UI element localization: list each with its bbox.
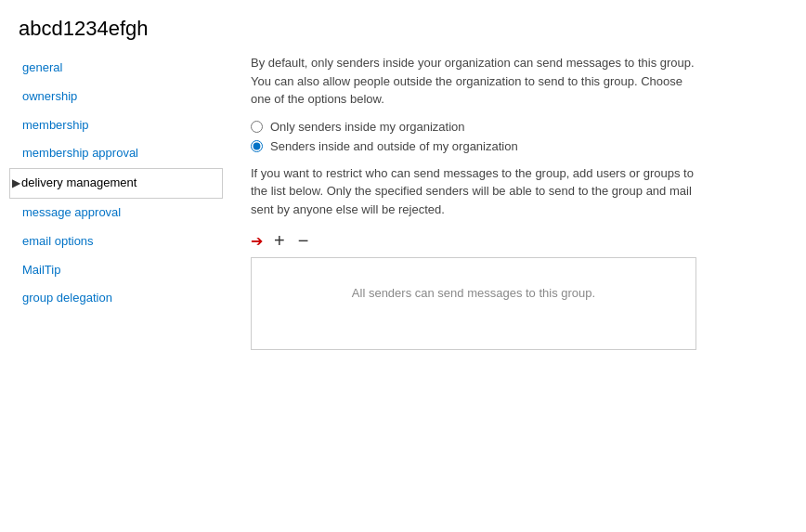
sidebar-item-general[interactable]: general xyxy=(9,54,223,83)
sidebar-item-membership[interactable]: membership xyxy=(9,111,223,140)
restrict-text: If you want to restrict who can send mes… xyxy=(251,164,696,219)
sidebar-item-label: email options xyxy=(22,232,94,252)
sidebar-item-label: membership approval xyxy=(22,144,138,163)
radio-both[interactable] xyxy=(251,140,263,152)
sidebar-item-label: membership xyxy=(22,116,89,136)
sidebar-item-label: MailTip xyxy=(22,261,60,280)
add-button[interactable]: + xyxy=(270,231,289,250)
sidebar-item-ownership[interactable]: ownership xyxy=(9,83,223,111)
active-arrow-icon: ▶ xyxy=(12,175,20,192)
sidebar-item-mailtip[interactable]: MailTip xyxy=(9,256,223,285)
page-title: abcd1234efgh xyxy=(0,0,806,54)
senders-placeholder: All senders can send messages to this gr… xyxy=(352,273,595,300)
radio-group: Only senders inside my organization Send… xyxy=(251,120,787,153)
arrow-indicator: ➔ xyxy=(251,232,263,250)
radio-option-2[interactable]: Senders inside and outside of my organiz… xyxy=(251,139,787,153)
sidebar-item-label: general xyxy=(22,58,62,78)
sidebar-item-group-delegation[interactable]: group delegation xyxy=(9,284,223,313)
senders-box: All senders can send messages to this gr… xyxy=(251,257,696,350)
remove-button[interactable]: − xyxy=(294,231,313,250)
sidebar-item-label: group delegation xyxy=(22,289,112,308)
sidebar-item-email-options[interactable]: email options xyxy=(9,227,223,256)
sidebar-item-message-approval[interactable]: message approval xyxy=(9,199,223,227)
radio-option-1-label: Only senders inside my organization xyxy=(270,120,465,134)
sidebar-item-label: ownership xyxy=(22,87,77,107)
radio-option-1[interactable]: Only senders inside my organization xyxy=(251,120,787,134)
radio-inside[interactable] xyxy=(251,121,263,133)
sidebar-item-delivery-management[interactable]: ▶delivery management xyxy=(9,168,223,199)
sidebar-item-membership-approval[interactable]: membership approval xyxy=(9,139,223,168)
description-text: By default, only senders inside your org… xyxy=(251,54,696,109)
main-content: By default, only senders inside your org… xyxy=(223,54,806,369)
sidebar: generalownershipmembershipmembership app… xyxy=(9,54,223,369)
toolbar: ➔ + − xyxy=(251,231,787,250)
sidebar-item-label: delivery management xyxy=(21,174,136,193)
radio-option-2-label: Senders inside and outside of my organiz… xyxy=(270,139,518,153)
sidebar-item-label: message approval xyxy=(22,203,121,223)
